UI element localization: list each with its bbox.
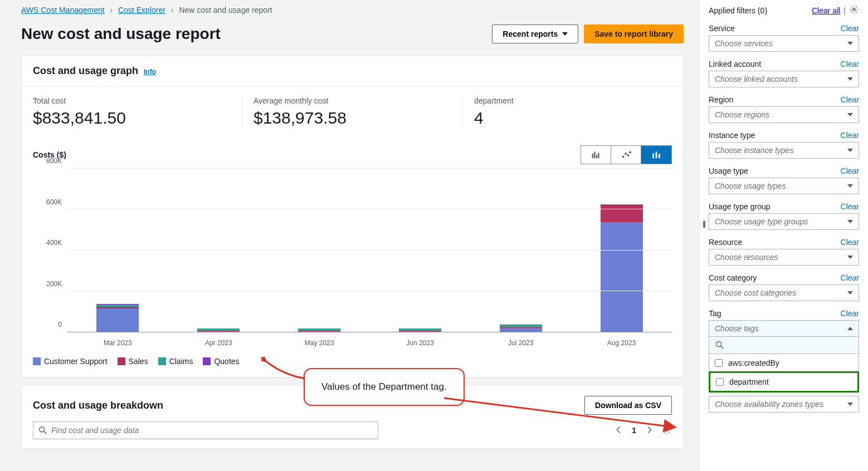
tag-search[interactable] — [709, 337, 859, 354]
filter-select[interactable]: Choose cost categories — [709, 284, 859, 301]
stacked-bar-chart-icon[interactable] — [641, 146, 671, 164]
main-content: AWS Cost Management › Cost Explorer › Ne… — [0, 0, 699, 471]
tag-checkbox[interactable] — [716, 378, 724, 386]
legend-item[interactable]: Sales — [118, 357, 148, 366]
filter-label: Cost category — [709, 273, 757, 282]
bar-chart-icon[interactable] — [581, 146, 611, 164]
clear-filter-link[interactable]: Clear — [841, 238, 859, 247]
bar-column — [269, 169, 370, 332]
filter-select[interactable]: Choose usage type groups — [709, 213, 859, 230]
legend-swatch — [158, 357, 166, 365]
breadcrumb: AWS Cost Management › Cost Explorer › Ne… — [21, 6, 684, 14]
bar-segment[interactable] — [601, 205, 643, 222]
filter-group: Linked account Clear Choose linked accou… — [709, 60, 859, 87]
filter-group: Cost category Clear Choose cost categori… — [709, 273, 859, 301]
filter-select[interactable]: Choose linked accounts — [709, 71, 859, 87]
breadcrumb-current: New cost and usage report — [179, 6, 272, 14]
gear-icon[interactable] — [849, 4, 859, 16]
caret-down-icon — [847, 149, 853, 152]
legend-item[interactable]: Claims — [158, 357, 193, 366]
collapse-handle-icon[interactable]: ❚❚ — [699, 220, 707, 228]
tag-select[interactable]: Choose tags — [709, 320, 859, 337]
page-title: New cost and usage report — [21, 25, 221, 43]
tag-checkbox[interactable] — [715, 359, 723, 367]
legend-label: Customer Support — [44, 357, 108, 366]
avg-cost-value: $138,973.58 — [253, 109, 451, 127]
tag-option-aws-createdby[interactable]: aws:createdBy — [709, 354, 859, 372]
tag-option-label: department — [729, 377, 769, 386]
search-icon — [715, 340, 725, 350]
filter-placeholder: Choose usage types — [715, 181, 786, 190]
clear-filter-link[interactable]: Clear — [841, 273, 859, 282]
bar-segment[interactable] — [500, 328, 542, 332]
y-tick: 0 — [58, 321, 62, 328]
filter-select[interactable]: Choose services — [709, 35, 859, 52]
clear-filter-link[interactable]: Clear — [841, 95, 859, 104]
info-link[interactable]: Info — [144, 68, 156, 76]
filter-select[interactable]: Choose instance types — [709, 142, 859, 159]
search-input-wrapper[interactable] — [33, 421, 378, 439]
save-button[interactable]: Save to report library — [584, 24, 684, 43]
bar-segment[interactable] — [399, 331, 441, 332]
filter-select[interactable]: Choose usage types — [709, 178, 859, 194]
filter-group: Usage type Clear Choose usage types — [709, 166, 859, 194]
line-chart-icon[interactable] — [611, 146, 641, 164]
az-type-select[interactable]: Choose availability zones types — [709, 396, 859, 413]
x-tick: Jul 2023 — [470, 336, 571, 347]
tag-dropdown: aws:createdBy department — [709, 337, 859, 392]
recent-reports-label: Recent reports — [503, 30, 558, 38]
tag-placeholder: Choose tags — [715, 324, 759, 333]
prev-page-button[interactable] — [614, 425, 624, 436]
clear-filter-link[interactable]: Clear — [841, 60, 859, 68]
legend-swatch — [118, 357, 125, 365]
settings-icon[interactable] — [662, 425, 672, 436]
breadcrumb-cost-explorer[interactable]: Cost Explorer — [118, 6, 165, 14]
bar-segment[interactable] — [197, 331, 240, 332]
clear-filter-link[interactable]: Clear — [841, 131, 859, 140]
svg-point-5 — [666, 428, 669, 431]
clear-filter-link[interactable]: Clear — [841, 202, 859, 211]
download-csv-button[interactable]: Download as CSV — [584, 396, 672, 415]
bar-segment[interactable] — [298, 331, 340, 332]
svg-point-0 — [622, 156, 623, 157]
clear-filter-link[interactable]: Clear — [841, 24, 859, 33]
panel-title: Cost and usage graph — [33, 65, 138, 77]
bar-segment[interactable] — [601, 222, 643, 332]
total-cost-label: Total cost — [33, 96, 231, 105]
bar-segment[interactable] — [96, 308, 139, 332]
avg-cost-label: Average monthly cost — [253, 96, 451, 105]
tag-option-label: aws:createdBy — [728, 359, 779, 367]
recent-reports-button[interactable]: Recent reports — [492, 24, 578, 43]
filter-label-tag: Tag — [709, 309, 721, 318]
annotation-callout: Values of the Department tag. — [304, 368, 465, 406]
filter-select[interactable]: Choose resources — [709, 249, 859, 266]
clear-all-link[interactable]: Clear all — [812, 6, 840, 15]
caret-up-icon — [847, 327, 853, 330]
search-input[interactable] — [51, 426, 373, 435]
tag-option-department[interactable]: department — [709, 371, 859, 392]
clear-filter-link[interactable]: Clear — [841, 166, 859, 175]
x-tick: Jun 2023 — [369, 336, 470, 347]
breadcrumb-root[interactable]: AWS Cost Management — [21, 6, 105, 14]
x-tick: Aug 2023 — [571, 336, 672, 347]
y-tick: 600K — [46, 198, 62, 206]
legend-item[interactable]: Quotes — [203, 357, 239, 366]
filter-group-tag: Tag Clear Choose tags aws:createdBy depa… — [709, 309, 859, 413]
filters-sidebar: ❚❚ Applied filters (0) Clear all | Servi… — [699, 0, 868, 471]
caret-down-icon — [847, 77, 853, 81]
clear-tag-link[interactable]: Clear — [841, 309, 859, 318]
filter-select[interactable]: Choose regions — [709, 106, 859, 123]
legend-item[interactable]: Customer Support — [33, 357, 108, 366]
callout-text: Values of the Department tag. — [321, 381, 447, 392]
filter-label: Region — [709, 95, 733, 104]
caret-down-icon — [847, 184, 853, 188]
filter-placeholder: Choose instance types — [715, 146, 794, 155]
svg-point-7 — [716, 342, 721, 347]
next-page-button[interactable] — [644, 425, 654, 436]
filter-placeholder: Choose cost categories — [715, 288, 796, 297]
svg-point-6 — [853, 8, 856, 11]
total-cost-value: $833,841.50 — [33, 109, 231, 127]
y-tick: 800K — [46, 157, 62, 165]
filter-group: Instance type Clear Choose instance type… — [709, 131, 859, 159]
legend-label: Sales — [129, 357, 148, 366]
